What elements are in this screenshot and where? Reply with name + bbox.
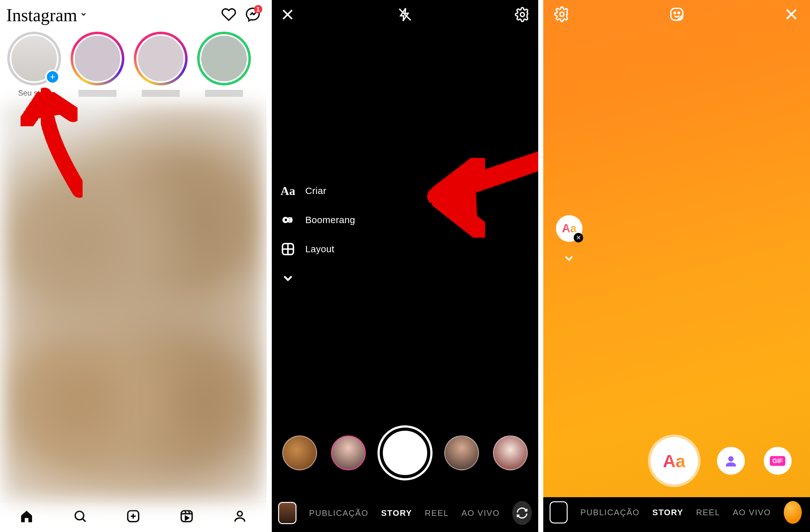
gif-button[interactable]: GIF <box>764 447 792 475</box>
search-tab-icon[interactable] <box>72 508 88 525</box>
close-icon[interactable] <box>280 7 295 22</box>
mode-reel[interactable]: REEL <box>696 507 720 517</box>
chevron-down-icon <box>281 271 295 286</box>
story-username-redacted <box>142 90 180 97</box>
side-menu-create[interactable]: Aa Criar <box>281 183 355 198</box>
settings-gear-icon[interactable] <box>515 7 530 22</box>
profile-tab-icon[interactable] <box>232 508 248 525</box>
side-menu-boomerang[interactable]: Boomerang <box>281 213 355 227</box>
filter-carousel[interactable] <box>272 428 538 478</box>
mode-live[interactable]: AO VIVO <box>461 508 500 518</box>
instagram-logo-dropdown[interactable]: Instagram <box>6 5 87 25</box>
sticker-icon[interactable] <box>669 6 685 22</box>
add-story-plus-icon[interactable]: + <box>45 70 60 84</box>
gallery-button[interactable] <box>550 501 568 523</box>
svg-point-19 <box>674 12 676 14</box>
text-create-button[interactable]: Aa <box>650 437 698 485</box>
your-story[interactable]: + Seu story <box>6 32 63 97</box>
feed-content-blurred <box>2 104 264 501</box>
svg-point-13 <box>520 13 524 17</box>
svg-point-20 <box>678 12 679 14</box>
story-create-screen: Aa ✕ Aa GIF PUBLICAÇÃO STORY REEL AO VIV… <box>543 0 810 532</box>
text-aa-icon: Aa <box>663 451 686 471</box>
flash-off-icon[interactable] <box>398 7 412 22</box>
story-item[interactable] <box>196 32 253 97</box>
text-aa-icon: Aa <box>281 183 295 198</box>
bottom-tab-bar <box>0 501 267 532</box>
messenger-badge: 1 <box>254 5 262 13</box>
svg-point-0 <box>75 512 83 520</box>
story-username-redacted <box>79 90 116 97</box>
filter-thumb[interactable] <box>493 435 528 470</box>
mode-reel[interactable]: REEL <box>425 508 449 518</box>
infinity-icon <box>281 213 295 227</box>
home-tab-icon[interactable] <box>18 508 35 525</box>
shutter-button[interactable] <box>380 428 430 478</box>
gallery-button[interactable] <box>278 502 296 524</box>
stories-tray[interactable]: + Seu story <box>0 28 267 101</box>
tutorial-arrow-icon <box>363 104 538 294</box>
svg-point-17 <box>560 12 564 16</box>
close-icon[interactable] <box>783 6 799 22</box>
header-actions: 1 <box>221 7 260 23</box>
feed-header: Instagram 1 <box>0 0 267 28</box>
story-camera-screen: Aa Criar Boomerang Layout <box>272 0 538 532</box>
side-menu-expand[interactable] <box>281 271 355 286</box>
side-menu-layout[interactable]: Layout <box>281 242 355 256</box>
create-tab-icon[interactable] <box>125 508 142 525</box>
mode-post[interactable]: PUBLICAÇÃO <box>580 507 640 517</box>
layout-grid-icon <box>281 242 295 256</box>
svg-point-9 <box>238 512 242 516</box>
filter-thumb[interactable] <box>331 435 366 470</box>
story-username-redacted <box>205 90 243 97</box>
filter-thumb[interactable] <box>282 435 317 470</box>
gif-label: GIF <box>770 456 785 466</box>
filter-thumb[interactable] <box>444 435 479 470</box>
chevron-down-icon[interactable] <box>562 252 576 266</box>
mode-story[interactable]: STORY <box>652 507 683 517</box>
svg-line-1 <box>82 519 85 522</box>
mode-post[interactable]: PUBLICAÇÃO <box>309 508 369 518</box>
instagram-feed-screen: Instagram 1 + Seu story <box>0 0 267 532</box>
messenger-icon[interactable]: 1 <box>245 7 260 23</box>
your-story-label: Seu story <box>18 88 50 97</box>
side-menu-label: Layout <box>305 244 335 255</box>
chevron-down-icon <box>80 11 87 20</box>
capture-mode-bar[interactable]: PUBLICAÇÃO STORY REEL AO VIVO <box>272 501 538 525</box>
settings-gear-icon[interactable] <box>554 6 570 22</box>
capture-mode-bar[interactable]: PUBLICAÇÃO STORY REEL AO VIVO <box>543 501 810 524</box>
story-canvas[interactable] <box>543 0 810 497</box>
create-top-bar <box>543 6 810 22</box>
mode-story[interactable]: STORY <box>381 508 412 518</box>
mode-live[interactable]: AO VIVO <box>733 507 771 517</box>
instagram-wordmark: Instagram <box>6 5 77 25</box>
side-menu-label: Boomerang <box>305 214 355 225</box>
svg-point-23 <box>728 456 733 462</box>
color-swap-button[interactable] <box>784 501 802 524</box>
mention-button[interactable] <box>717 447 745 475</box>
story-item[interactable] <box>69 32 126 97</box>
camera-switch-icon[interactable] <box>512 501 532 525</box>
camera-top-bar <box>272 0 538 29</box>
text-tool-chip[interactable]: Aa ✕ <box>556 215 583 242</box>
side-menu-label: Criar <box>305 186 326 196</box>
story-item[interactable] <box>132 32 189 97</box>
text-aa-icon: Aa <box>562 222 577 235</box>
activity-heart-icon[interactable] <box>221 7 236 23</box>
create-action-bar: Aa GIF <box>543 437 810 485</box>
camera-side-menu: Aa Criar Boomerang Layout <box>281 183 355 286</box>
reels-tab-icon[interactable] <box>178 508 195 525</box>
